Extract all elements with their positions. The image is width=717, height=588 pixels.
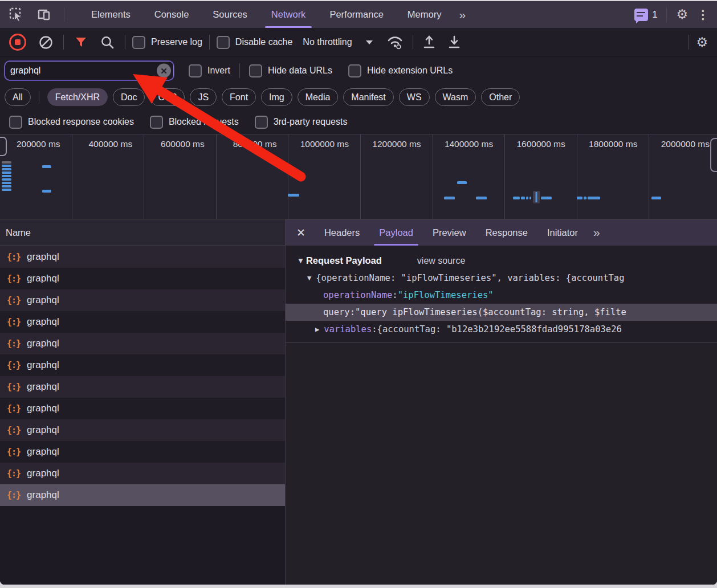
table-row[interactable]: {:}graphql: [0, 268, 285, 289]
search-icon[interactable]: [100, 35, 115, 50]
expand-caret-icon[interactable]: ▶: [315, 325, 319, 333]
request-timing-bar[interactable]: [2, 182, 11, 184]
main-tab-bar: ElementsConsoleSourcesNetworkPerformance…: [0, 1, 717, 28]
payload-root-line[interactable]: ▼ {operationName: "ipFlowTimeseries", va…: [286, 270, 717, 287]
network-conditions-icon[interactable]: [386, 35, 404, 50]
view-source-link[interactable]: view source: [417, 256, 465, 266]
filter-chip-media[interactable]: Media: [298, 88, 339, 106]
filter-chip-other[interactable]: Other: [481, 88, 520, 106]
filter-chip-wasm[interactable]: Wasm: [435, 88, 476, 106]
filter-chip-manifest[interactable]: Manifest: [343, 88, 393, 106]
request-timing-bar[interactable]: [577, 197, 582, 199]
filter-input[interactable]: [5, 61, 174, 80]
filter-chip-fetchxhr[interactable]: Fetch/XHR: [47, 88, 108, 106]
request-timing-bar[interactable]: [521, 197, 525, 199]
more-tabs-icon[interactable]: »: [453, 8, 470, 22]
request-timing-bar[interactable]: [457, 181, 467, 184]
request-timing-bar[interactable]: [2, 168, 11, 170]
name-column-header[interactable]: Name: [0, 219, 285, 246]
clear-network-log-icon[interactable]: [39, 35, 53, 50]
variables-line[interactable]: ▶ variables: {accountTag: "b12e3b2192ee5…: [286, 321, 717, 338]
request-timing-bar[interactable]: [42, 190, 51, 193]
request-timing-bar[interactable]: [651, 197, 661, 199]
detail-tab-headers[interactable]: Headers: [315, 219, 369, 246]
table-row[interactable]: {:}graphql: [0, 333, 285, 354]
tab-elements[interactable]: Elements: [79, 1, 142, 28]
request-timing-bar[interactable]: [2, 178, 11, 181]
filter-chip-img[interactable]: Img: [261, 88, 292, 106]
inspect-element-icon[interactable]: [9, 7, 24, 22]
request-timing-bar[interactable]: [588, 197, 600, 199]
filter-toggle-icon[interactable]: [74, 35, 88, 49]
blocked-requests-checkbox[interactable]: Blocked requests: [150, 116, 239, 129]
network-settings-gear-icon[interactable]: ⚙: [696, 36, 708, 49]
clear-filter-icon[interactable]: ✕: [157, 64, 171, 78]
request-timing-bar[interactable]: [2, 175, 11, 177]
request-timing-bar[interactable]: [476, 197, 487, 199]
fetch-xhr-icon: {:}: [7, 490, 21, 500]
detail-tab-initiator[interactable]: Initiator: [537, 219, 588, 246]
table-row[interactable]: {:}graphql: [0, 246, 285, 268]
hide-data-urls-checkbox[interactable]: Hide data URLs: [249, 64, 332, 77]
timeline-tick-label: 2000000 ms: [661, 139, 710, 149]
preserve-log-checkbox[interactable]: Preserve log: [132, 36, 202, 49]
table-row[interactable]: {:}graphql: [0, 398, 285, 419]
query-line-selected[interactable]: query: "query ipFlowTimeseries($accountT…: [286, 304, 717, 321]
request-timing-marker-selected[interactable]: [533, 191, 540, 203]
filter-chip-css[interactable]: CSS: [150, 88, 185, 106]
request-timing-bar[interactable]: [526, 197, 528, 199]
table-row[interactable]: {:}graphql: [0, 463, 285, 484]
operation-name-line[interactable]: operationName: "ipFlowTimeseries": [286, 287, 717, 304]
table-row[interactable]: {:}graphql: [0, 289, 285, 311]
timeline-overview[interactable]: 200000 ms400000 ms600000 ms800000 ms1000…: [0, 134, 717, 219]
filter-chip-ws[interactable]: WS: [399, 88, 430, 106]
request-timing-bar[interactable]: [584, 197, 586, 199]
detail-tab-payload[interactable]: Payload: [369, 219, 423, 246]
request-timing-bar[interactable]: [2, 185, 11, 187]
export-har-icon[interactable]: [447, 35, 461, 50]
issues-counter[interactable]: 1: [634, 9, 657, 21]
table-row[interactable]: {:}graphql: [0, 311, 285, 333]
request-timing-bar[interactable]: [2, 161, 11, 164]
tab-performance[interactable]: Performance: [317, 1, 395, 28]
close-panel-icon[interactable]: ✕: [286, 219, 315, 246]
request-timing-bar[interactable]: [2, 189, 11, 191]
filter-chip-font[interactable]: Font: [222, 88, 256, 106]
request-timing-bar[interactable]: [529, 197, 531, 199]
expand-caret-icon[interactable]: ▼: [307, 274, 311, 282]
request-timing-bar[interactable]: [513, 197, 520, 199]
request-timing-bar[interactable]: [2, 165, 11, 167]
table-row[interactable]: {:}graphql: [0, 441, 285, 463]
request-timing-bar[interactable]: [444, 197, 455, 199]
filter-chip-doc[interactable]: Doc: [113, 88, 145, 106]
kebab-menu-icon[interactable]: ⋮: [697, 9, 709, 21]
more-detail-tabs-icon[interactable]: »: [588, 226, 605, 239]
disable-cache-checkbox[interactable]: Disable cache: [217, 36, 293, 49]
request-timing-bar[interactable]: [42, 165, 51, 168]
table-row[interactable]: {:}graphql: [0, 354, 285, 376]
tab-console[interactable]: Console: [142, 1, 201, 28]
table-row[interactable]: {:}graphql: [0, 376, 285, 398]
blocked-response-cookies-checkbox[interactable]: Blocked response cookies: [9, 116, 134, 129]
filter-chip-js[interactable]: JS: [190, 88, 217, 106]
request-timing-bar[interactable]: [2, 172, 11, 174]
filter-chip-all[interactable]: All: [5, 88, 31, 106]
collapse-section-icon[interactable]: ▼: [297, 256, 304, 265]
record-network-log-button[interactable]: [9, 34, 26, 51]
throttling-select[interactable]: No throttling: [303, 37, 372, 47]
tab-network[interactable]: Network: [259, 1, 318, 28]
invert-checkbox[interactable]: Invert: [189, 64, 230, 77]
request-timing-bar[interactable]: [541, 197, 552, 199]
request-timing-bar[interactable]: [288, 194, 299, 197]
detail-tab-response[interactable]: Response: [476, 219, 537, 246]
table-row[interactable]: {:}graphql: [0, 484, 285, 506]
tab-memory[interactable]: Memory: [396, 1, 454, 28]
import-har-icon[interactable]: [422, 35, 436, 50]
table-row[interactable]: {:}graphql: [0, 419, 285, 441]
detail-tab-preview[interactable]: Preview: [423, 219, 476, 246]
device-toolbar-icon[interactable]: [36, 7, 51, 22]
tab-sources[interactable]: Sources: [201, 1, 259, 28]
settings-gear-icon[interactable]: ⚙: [676, 8, 688, 21]
3rd-party-requests-checkbox[interactable]: 3rd-party requests: [255, 116, 348, 129]
hide-extension-urls-checkbox[interactable]: Hide extension URLs: [348, 64, 453, 77]
